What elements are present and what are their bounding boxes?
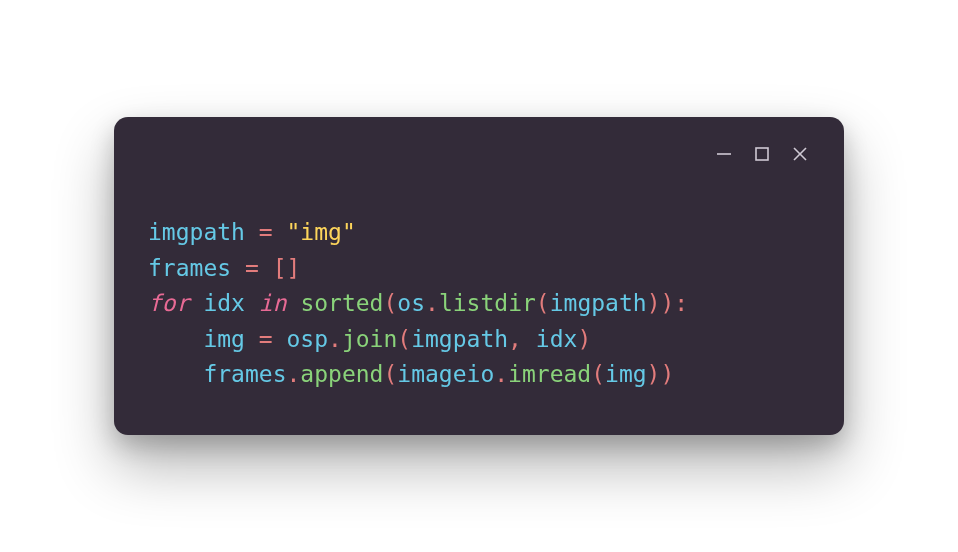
code-token: osp	[287, 326, 329, 352]
code-token: ,	[508, 326, 522, 352]
code-token: .	[328, 326, 342, 352]
code-token	[148, 326, 203, 352]
code-token: :	[674, 290, 688, 316]
code-token: append	[300, 361, 383, 387]
code-token: for	[148, 290, 190, 316]
code-block: imgpath = "img"frames = []for idx in sor…	[148, 215, 810, 393]
svg-rect-1	[756, 148, 768, 160]
code-token: frames	[203, 361, 286, 387]
code-token	[287, 290, 301, 316]
code-token: .	[425, 290, 439, 316]
code-token: img	[203, 326, 245, 352]
close-icon[interactable]	[790, 144, 810, 164]
code-token: .	[286, 361, 300, 387]
code-token: os	[397, 290, 425, 316]
code-token: img	[605, 361, 647, 387]
code-token: (	[383, 290, 397, 316]
code-token: (	[591, 361, 605, 387]
minimize-icon[interactable]	[714, 144, 734, 164]
code-line: frames = []	[148, 251, 810, 287]
code-token	[245, 290, 259, 316]
code-token	[522, 326, 536, 352]
code-token: )	[577, 326, 591, 352]
code-token	[148, 361, 203, 387]
code-token	[190, 290, 204, 316]
code-token: frames	[148, 255, 231, 281]
code-token: ))	[647, 361, 675, 387]
code-token: =	[259, 326, 273, 352]
code-token	[273, 219, 287, 245]
code-token: =	[245, 255, 259, 281]
code-token: []	[273, 255, 301, 281]
code-token: in	[259, 290, 287, 316]
code-token	[245, 219, 259, 245]
code-token	[231, 255, 245, 281]
code-token	[273, 326, 287, 352]
code-token: =	[259, 219, 273, 245]
code-line: frames.append(imageio.imread(img))	[148, 357, 810, 393]
code-line: for idx in sorted(os.listdir(imgpath)):	[148, 286, 810, 322]
code-line: img = osp.join(imgpath, idx)	[148, 322, 810, 358]
code-token: (	[397, 326, 411, 352]
code-token: .	[494, 361, 508, 387]
code-token: listdir	[439, 290, 536, 316]
code-token: join	[342, 326, 397, 352]
code-token: "img"	[287, 219, 356, 245]
editor-window: imgpath = "img"frames = []for idx in sor…	[114, 117, 844, 435]
code-token	[259, 255, 273, 281]
code-token: imageio	[397, 361, 494, 387]
code-token: idx	[203, 290, 245, 316]
titlebar	[148, 139, 810, 169]
code-token: (	[383, 361, 397, 387]
code-token: imgpath	[148, 219, 245, 245]
code-token	[245, 326, 259, 352]
stage: imgpath = "img"frames = []for idx in sor…	[0, 0, 958, 552]
code-token: idx	[536, 326, 578, 352]
code-token: ))	[647, 290, 675, 316]
code-token: imgpath	[411, 326, 508, 352]
code-token: (	[536, 290, 550, 316]
code-token: sorted	[300, 290, 383, 316]
maximize-icon[interactable]	[752, 144, 772, 164]
code-token: imgpath	[550, 290, 647, 316]
code-line: imgpath = "img"	[148, 215, 810, 251]
code-token: imread	[508, 361, 591, 387]
